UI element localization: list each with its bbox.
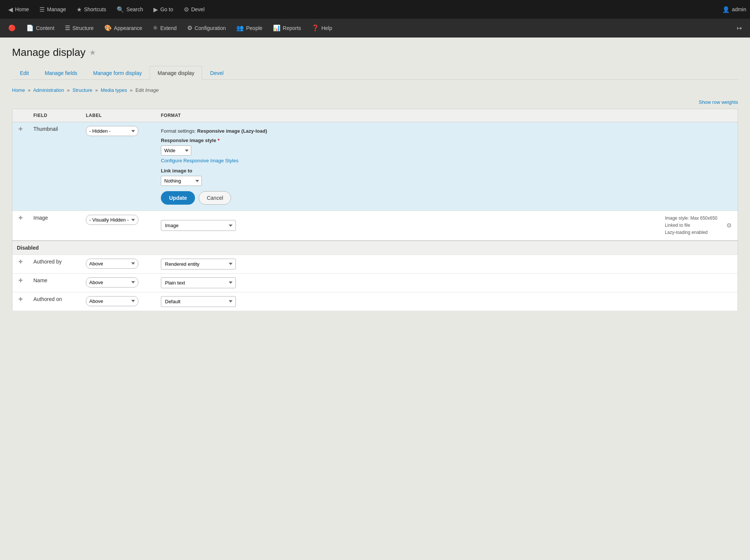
devel-icon: ⚙ <box>184 6 189 13</box>
thumbnail-action-buttons: Update Cancel <box>161 191 733 205</box>
sec-nav-configuration[interactable]: ⚙ Configuration <box>182 22 231 34</box>
user-icon: 👤 <box>722 6 730 13</box>
structure-icon: ☰ <box>65 24 70 31</box>
star-nav-icon: ★ <box>76 6 82 13</box>
field-name-thumbnail: Thumbnail <box>29 122 81 211</box>
table-row-thumbnail: ✚ Thumbnail - Hidden - Above Inline - Vi… <box>12 122 738 211</box>
format-select-name[interactable]: Plain text Rendered entity Default <box>161 277 236 288</box>
required-star: * <box>218 138 219 143</box>
secondary-navigation: 🔴 📄 Content ☰ Structure 🎨 Appearance ⚛ E… <box>0 19 750 37</box>
breadcrumb-administration[interactable]: Administration <box>33 87 64 93</box>
nav-shortcuts[interactable]: ★ Shortcuts <box>72 4 111 15</box>
appearance-icon: 🎨 <box>104 24 112 31</box>
page-title: Manage display <box>12 46 86 58</box>
responsive-image-style-select[interactable]: Wide Narrow Medium <box>161 145 191 156</box>
tab-devel[interactable]: Devel <box>202 66 231 80</box>
tab-edit[interactable]: Edit <box>12 66 37 80</box>
sec-nav-appearance[interactable]: 🎨 Appearance <box>99 22 148 34</box>
cancel-button[interactable]: Cancel <box>199 191 231 205</box>
drag-cell-image: ✚ <box>12 211 29 241</box>
drag-handle-image[interactable]: ✚ <box>17 213 24 222</box>
breadcrumb-home[interactable]: Home <box>12 87 25 93</box>
format-cell-image: Image Rendered entity Plain text Default… <box>156 211 738 241</box>
label-select-thumbnail[interactable]: - Hidden - Above Inline - Visually Hidde… <box>86 126 138 136</box>
nav-devel[interactable]: ⚙ Devel <box>179 4 209 15</box>
reports-icon: 📊 <box>273 24 280 31</box>
tab-manage-form-display[interactable]: Manage form display <box>85 66 150 80</box>
responsive-image-style-label: Responsive image style * <box>161 138 733 143</box>
label-select-authored-on[interactable]: Above Inline - Hidden - - Visually Hidde… <box>86 296 138 306</box>
label-select-image[interactable]: - Visually Hidden - Above Inline - Hidde… <box>86 215 138 225</box>
image-field-info: Image style: Max 650x650 Linked to file … <box>665 215 717 237</box>
sec-nav-reports[interactable]: 📊 Reports <box>268 22 306 34</box>
nav-home[interactable]: ◀ Home <box>4 4 33 15</box>
breadcrumb: Home » Administration » Structure » Medi… <box>12 87 738 93</box>
drupal-icon: 🔴 <box>8 24 16 31</box>
sec-nav-help[interactable]: ❓ Help <box>306 22 338 34</box>
drag-handle-thumbnail[interactable]: ✚ <box>17 124 24 133</box>
table-row-authored-on: ✚ Authored on Above Inline - Hidden - - … <box>12 292 738 311</box>
favorite-icon[interactable]: ★ <box>89 48 96 57</box>
manage-icon: ☰ <box>39 6 45 13</box>
search-icon: 🔍 <box>117 6 124 13</box>
nav-manage[interactable]: ☰ Manage <box>35 4 70 15</box>
drag-cell-authored-by: ✚ <box>12 255 29 273</box>
tab-manage-fields[interactable]: Manage fields <box>37 66 85 80</box>
page-content: Manage display ★ Edit Manage fields Mana… <box>0 37 750 560</box>
sec-nav-people[interactable]: 👥 People <box>231 22 268 34</box>
format-select-authored-on[interactable]: Default Plain text Rendered entity <box>161 296 236 307</box>
tabs-container: Edit Manage fields Manage form display M… <box>12 66 738 80</box>
drag-handle-authored-on[interactable]: ✚ <box>17 295 24 304</box>
drag-cell-thumbnail: ✚ <box>12 122 29 211</box>
format-cell-authored-by: Rendered entity Plain text Default <box>156 255 738 273</box>
help-icon: ❓ <box>312 24 319 31</box>
content-icon: 📄 <box>26 24 34 31</box>
nav-goto[interactable]: ▶ Go to <box>149 4 177 15</box>
label-cell-authored-by: Above Inline - Hidden - - Visually Hidde… <box>81 255 156 273</box>
gear-button-image[interactable]: ⚙ <box>725 220 733 231</box>
manage-table: Field Label Format ✚ Thumbnail - Hidden … <box>12 109 738 311</box>
label-cell-name: Above Inline - Hidden - - Visually Hidde… <box>81 273 156 292</box>
configure-responsive-image-styles-link[interactable]: Configure Responsive Image Styles <box>161 158 733 163</box>
sec-nav-structure[interactable]: ☰ Structure <box>60 22 99 34</box>
th-format: Format <box>156 109 738 122</box>
nav-search[interactable]: 🔍 Search <box>112 4 147 15</box>
page-title-row: Manage display ★ <box>12 46 738 58</box>
link-image-to-label: Link image to <box>161 168 733 174</box>
drag-cell-name: ✚ <box>12 273 29 292</box>
breadcrumb-structure[interactable]: Structure <box>72 87 92 93</box>
field-name-image: Image <box>29 211 81 241</box>
drag-cell-authored-on: ✚ <box>12 292 29 311</box>
field-name-name: Name <box>29 273 81 292</box>
show-row-weights: Show row weights <box>12 99 738 105</box>
label-select-name[interactable]: Above Inline - Hidden - - Visually Hidde… <box>86 277 138 287</box>
label-cell-thumbnail: - Hidden - Above Inline - Visually Hidde… <box>81 122 156 211</box>
goto-icon: ▶ <box>153 6 158 13</box>
show-row-weights-link[interactable]: Show row weights <box>699 99 738 105</box>
field-name-authored-by: Authored by <box>29 255 81 273</box>
table-header-row: Field Label Format <box>12 109 738 122</box>
label-select-authored-by[interactable]: Above Inline - Hidden - - Visually Hidde… <box>86 259 138 269</box>
drag-handle-authored-by[interactable]: ✚ <box>17 257 24 266</box>
people-icon: 👥 <box>236 24 244 31</box>
home-icon: ◀ <box>8 6 13 13</box>
disabled-label: Disabled <box>12 241 738 255</box>
nav-admin[interactable]: 👤 admin <box>722 6 746 13</box>
sec-nav-content[interactable]: 📄 Content <box>21 22 60 34</box>
config-icon: ⚙ <box>187 24 192 31</box>
format-select-authored-by[interactable]: Rendered entity Plain text Default <box>161 259 236 270</box>
table-row-image: ✚ Image - Visually Hidden - Above Inline… <box>12 211 738 241</box>
label-cell-image: - Visually Hidden - Above Inline - Hidde… <box>81 211 156 241</box>
th-label: Label <box>81 109 156 122</box>
sec-nav-drupal[interactable]: 🔴 <box>3 22 21 34</box>
breadcrumb-media-types[interactable]: Media types <box>101 87 127 93</box>
th-drag <box>12 109 29 122</box>
th-field: Field <box>29 109 81 122</box>
tab-manage-display[interactable]: Manage display <box>150 66 202 80</box>
link-image-to-select[interactable]: Nothing Content File Custom URL <box>161 176 202 186</box>
sec-nav-collapse[interactable]: ↦ <box>732 22 747 34</box>
sec-nav-extend[interactable]: ⚛ Extend <box>147 22 182 34</box>
format-select-image[interactable]: Image Rendered entity Plain text Default <box>161 220 236 231</box>
drag-handle-name[interactable]: ✚ <box>17 276 24 285</box>
update-button[interactable]: Update <box>161 191 195 205</box>
